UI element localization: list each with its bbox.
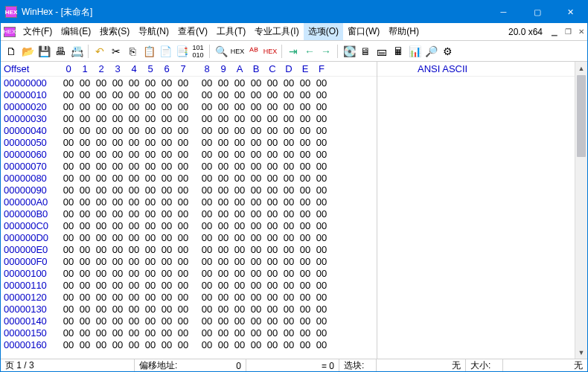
menu-app-icon[interactable]: HEX — [4, 27, 16, 37]
hex-byte-cell[interactable]: 00 — [281, 339, 297, 350]
hex-byte-cell[interactable]: 00 — [159, 315, 175, 327]
paste-new-icon[interactable]: 📑 — [174, 44, 189, 59]
hex-byte-cell[interactable]: 00 — [248, 89, 264, 100]
hex-byte-cell[interactable]: 00 — [175, 339, 191, 350]
hex-byte-cell[interactable]: 00 — [313, 208, 330, 219]
hex-byte-cell[interactable]: 00 — [248, 196, 264, 208]
hex-byte-cell[interactable]: 00 — [199, 113, 215, 124]
hex-byte-cell[interactable]: 00 — [215, 77, 231, 89]
hex-byte-cell[interactable]: 00 — [264, 220, 281, 231]
hex-byte-cell[interactable]: 00 — [313, 161, 330, 172]
hex-row[interactable]: 0000000000000000000000000000000000000000 — [1, 77, 377, 89]
minimize-button[interactable]: ─ — [487, 1, 520, 23]
hex-byte-cell[interactable]: 00 — [159, 244, 175, 255]
hex-row[interactable]: 0000008000000000000000000000000000000000 — [1, 172, 377, 184]
hex-byte-cell[interactable]: 00 — [109, 149, 126, 160]
hex-byte-cell[interactable]: 00 — [93, 89, 109, 100]
hex-byte-cell[interactable]: 00 — [109, 304, 126, 315]
hex-byte-cell[interactable]: 00 — [93, 208, 109, 219]
hex-byte-cell[interactable]: 00 — [199, 304, 215, 315]
hex-byte-cell[interactable]: 00 — [297, 113, 313, 124]
hex-byte-cell[interactable]: 00 — [159, 208, 175, 219]
vertical-scrollbar[interactable]: ▲ ▼ — [575, 62, 587, 359]
hex-byte-cell[interactable]: 00 — [60, 268, 77, 279]
hex-byte-cell[interactable]: 00 — [159, 280, 175, 291]
hex-byte-cell[interactable]: 00 — [248, 256, 264, 267]
undo-icon[interactable]: ↶ — [92, 44, 107, 59]
hex-byte-cell[interactable]: 00 — [142, 268, 159, 279]
hex-byte-cell[interactable]: 00 — [231, 268, 248, 279]
hex-byte-cell[interactable]: 00 — [109, 315, 126, 327]
hex-byte-cell[interactable]: 00 — [297, 208, 313, 219]
hex-byte-cell[interactable]: 00 — [60, 280, 77, 291]
hex-byte-cell[interactable]: 00 — [313, 304, 330, 315]
calculator-icon[interactable]: 🖩 — [391, 44, 406, 59]
hex-byte-cell[interactable]: 00 — [142, 232, 159, 243]
hex-row[interactable]: 0000003000000000000000000000000000000000 — [1, 112, 377, 124]
hex-byte-cell[interactable]: 00 — [126, 304, 142, 315]
hex-byte-cell[interactable]: 00 — [60, 196, 77, 208]
hex-byte-cell[interactable]: 00 — [264, 101, 281, 112]
hex-byte-cell[interactable]: 00 — [60, 327, 77, 339]
hex-byte-cell[interactable]: 00 — [175, 315, 191, 327]
hex-byte-cell[interactable]: 00 — [231, 220, 248, 231]
hex-byte-cell[interactable]: 00 — [175, 161, 191, 172]
hex-byte-cell[interactable]: 00 — [93, 232, 109, 243]
hex-byte-cell[interactable]: 00 — [109, 196, 126, 208]
hex-byte-cell[interactable]: 00 — [248, 101, 264, 112]
hex-byte-cell[interactable]: 00 — [231, 185, 248, 196]
hex-byte-cell[interactable]: 00 — [215, 185, 231, 196]
hex-byte-cell[interactable]: 00 — [231, 77, 248, 89]
hex-byte-cell[interactable]: 00 — [77, 304, 93, 315]
hex-byte-cell[interactable]: 00 — [159, 220, 175, 231]
scroll-down-icon[interactable]: ▼ — [575, 346, 587, 359]
hex-byte-cell[interactable]: 00 — [175, 292, 191, 303]
hex-byte-cell[interactable]: 00 — [60, 89, 77, 100]
hex-byte-cell[interactable]: 00 — [215, 268, 231, 279]
hex-byte-cell[interactable]: 00 — [60, 256, 77, 267]
hex-byte-cell[interactable]: 00 — [77, 101, 93, 112]
ram-icon[interactable]: 🖥 — [358, 44, 373, 59]
hex-byte-cell[interactable]: 00 — [199, 244, 215, 255]
hex-byte-cell[interactable]: 00 — [60, 232, 77, 243]
hex-byte-cell[interactable]: 00 — [60, 292, 77, 303]
hex-byte-cell[interactable]: 00 — [313, 256, 330, 267]
hex-byte-cell[interactable]: 00 — [264, 137, 281, 148]
hex-byte-cell[interactable]: 00 — [93, 113, 109, 124]
hex-byte-cell[interactable]: 00 — [199, 268, 215, 279]
hex-byte-cell[interactable]: 00 — [248, 232, 264, 243]
hex-byte-cell[interactable]: 00 — [93, 220, 109, 231]
hex-byte-cell[interactable]: 00 — [215, 304, 231, 315]
properties-icon[interactable]: 📇 — [69, 44, 84, 59]
settings-icon[interactable]: ⚙ — [440, 44, 455, 59]
hex-byte-cell[interactable]: 00 — [215, 89, 231, 100]
hex-byte-cell[interactable]: 00 — [77, 256, 93, 267]
hex-byte-cell[interactable]: 00 — [175, 327, 191, 339]
back-icon[interactable]: ← — [302, 44, 317, 59]
hex-byte-cell[interactable]: 00 — [281, 292, 297, 303]
hex-byte-cell[interactable]: 00 — [159, 292, 175, 303]
hex-byte-cell[interactable]: 00 — [231, 149, 248, 160]
hex-byte-cell[interactable]: 00 — [109, 173, 126, 184]
hex-byte-cell[interactable]: 00 — [159, 304, 175, 315]
hex-byte-cell[interactable]: 00 — [264, 113, 281, 124]
hex-byte-cell[interactable]: 00 — [281, 304, 297, 315]
hex-byte-cell[interactable]: 00 — [313, 244, 330, 255]
hex-byte-cell[interactable]: 00 — [264, 280, 281, 291]
hex-row[interactable]: 0000006000000000000000000000000000000000 — [1, 148, 377, 160]
hex-byte-cell[interactable]: 00 — [281, 232, 297, 243]
hex-byte-cell[interactable]: 00 — [231, 89, 248, 100]
hex-byte-cell[interactable]: 00 — [126, 256, 142, 267]
hex-byte-cell[interactable]: 00 — [199, 327, 215, 339]
hex-byte-cell[interactable]: 00 — [281, 137, 297, 148]
hex-byte-cell[interactable]: 00 — [126, 101, 142, 112]
hex-byte-cell[interactable]: 00 — [175, 220, 191, 231]
hex-byte-cell[interactable]: 00 — [313, 232, 330, 243]
hex-byte-cell[interactable]: 00 — [77, 185, 93, 196]
hex-byte-cell[interactable]: 00 — [77, 125, 93, 136]
hex-byte-cell[interactable]: 00 — [264, 232, 281, 243]
hex-byte-cell[interactable]: 00 — [159, 196, 175, 208]
hex-byte-cell[interactable]: 00 — [199, 185, 215, 196]
hex-byte-cell[interactable]: 00 — [297, 185, 313, 196]
hex-byte-cell[interactable]: 00 — [297, 244, 313, 255]
